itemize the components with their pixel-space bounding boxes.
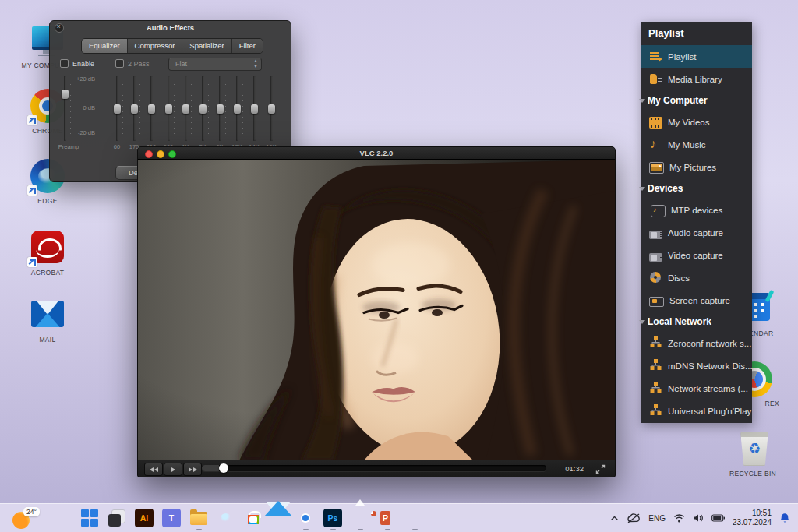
weather-widget[interactable]: 24° bbox=[11, 507, 47, 530]
playlist-item-my-videos[interactable]: My Videos bbox=[641, 111, 752, 133]
slider-knob[interactable] bbox=[217, 104, 224, 114]
battery-icon[interactable] bbox=[711, 514, 725, 522]
slider-knob[interactable] bbox=[148, 104, 155, 114]
tab-equalizer[interactable]: Equalizer bbox=[82, 39, 128, 53]
winrar-taskbar-icon[interactable] bbox=[405, 509, 424, 527]
preamp-slider[interactable] bbox=[61, 76, 69, 141]
network-icon bbox=[649, 359, 662, 372]
preset-dropdown[interactable]: Flat ▲▼ bbox=[168, 58, 262, 71]
photoshop-taskbar-icon[interactable]: Ps bbox=[323, 509, 342, 527]
vlc-window: VLC 2.2.0 bbox=[137, 146, 616, 477]
desktop-icon-acrobat[interactable]: ACROBAT bbox=[18, 229, 77, 277]
illustrator-taskbar-icon[interactable]: Ai bbox=[135, 509, 154, 527]
language-indicator[interactable]: ENG bbox=[648, 514, 666, 523]
two-pass-label: 2 Pass bbox=[128, 60, 150, 68]
tray-chevron-up-icon[interactable] bbox=[610, 516, 619, 521]
weather-temperature: 24° bbox=[23, 507, 40, 516]
volume-icon[interactable] bbox=[693, 513, 704, 523]
tab-spatializer[interactable]: Spatializer bbox=[182, 39, 231, 53]
playlist-item-audio-capture[interactable]: Audio capture bbox=[641, 221, 752, 244]
store-taskbar-icon[interactable] bbox=[244, 509, 263, 527]
start-button[interactable] bbox=[80, 509, 99, 527]
file-explorer-taskbar-icon[interactable] bbox=[189, 509, 208, 527]
slider-knob[interactable] bbox=[268, 104, 275, 114]
network-icon bbox=[649, 336, 662, 350]
playlist-item-label: Video capture bbox=[668, 251, 723, 260]
window-title: VLC 2.2.0 bbox=[138, 149, 615, 157]
mtp-devices-icon bbox=[651, 205, 666, 217]
onedrive-paused-icon[interactable] bbox=[627, 513, 641, 523]
eq-band-slider-0[interactable] bbox=[113, 76, 121, 141]
playlist-item-my-music[interactable]: My Music bbox=[641, 133, 752, 156]
playlist-item-media-library[interactable]: Media Library bbox=[641, 68, 752, 90]
task-view-button[interactable] bbox=[108, 509, 126, 527]
two-pass-checkbox[interactable]: 2 Pass bbox=[115, 59, 150, 68]
powerpoint-taskbar-icon[interactable] bbox=[378, 509, 397, 527]
edge-taskbar-icon[interactable] bbox=[217, 509, 235, 527]
slider-knob[interactable] bbox=[234, 104, 241, 114]
desktop-icon-recycle-bin[interactable]: RECYCLE BIN bbox=[723, 430, 782, 477]
slider-knob[interactable] bbox=[114, 104, 121, 114]
seek-knob[interactable] bbox=[219, 463, 228, 473]
photos-taskbar-icon[interactable] bbox=[351, 509, 369, 527]
enable-checkbox[interactable]: Enable bbox=[60, 59, 94, 68]
playlist-item-my-pictures[interactable]: My Pictures bbox=[641, 156, 752, 178]
scale-zero: 0 dB bbox=[69, 104, 95, 111]
eq-band-slider-3[interactable] bbox=[164, 76, 172, 141]
mail-taskbar-icon[interactable] bbox=[269, 509, 288, 527]
playlist-section-local-network[interactable]: Local Network bbox=[641, 312, 752, 332]
playlist-item-mdns[interactable]: mDNS Network Dis... bbox=[641, 354, 752, 377]
scale-minus20: -20 dB bbox=[69, 129, 95, 136]
eq-band-slider-6[interactable] bbox=[216, 76, 224, 141]
audio-effects-tabs: Equalizer Compressor Spatializer Filter bbox=[81, 38, 263, 54]
playlist-item-zeroconf[interactable]: Zeroconf network s... bbox=[641, 332, 752, 354]
eq-band-slider-2[interactable] bbox=[147, 76, 155, 141]
playlist-item-video-capture[interactable]: Video capture bbox=[641, 244, 752, 266]
playlist-item-mtp-devices[interactable]: MTP devices bbox=[641, 199, 752, 221]
eq-band-slider-8[interactable] bbox=[250, 76, 258, 141]
desktop-icon-label: MAIL bbox=[18, 336, 77, 344]
section-label: Devices bbox=[648, 183, 683, 194]
playlist-item-label: Discs bbox=[668, 273, 690, 283]
slider-knob[interactable] bbox=[251, 104, 258, 114]
playlist-section-my-computer[interactable]: My Computer bbox=[641, 90, 752, 111]
eq-band-slider-1[interactable] bbox=[130, 76, 138, 141]
playlist-item-label: Playlist bbox=[668, 52, 696, 62]
slider-knob[interactable] bbox=[165, 104, 172, 114]
eq-band-slider-5[interactable] bbox=[199, 76, 207, 141]
desktop-icon-mail[interactable]: MAIL bbox=[18, 296, 77, 344]
slider-knob[interactable] bbox=[131, 104, 138, 114]
eq-band-slider-4[interactable] bbox=[182, 76, 189, 141]
clock[interactable]: 10:51 23.07.2024 bbox=[733, 509, 772, 528]
playlist-item-playlist[interactable]: Playlist bbox=[641, 45, 752, 68]
notification-bell-icon[interactable] bbox=[779, 513, 790, 524]
playlist-item-label: Zeroconf network s... bbox=[668, 339, 751, 348]
playlist-item-screen-capture[interactable]: Screen capture bbox=[641, 289, 752, 312]
vlc-titlebar[interactable]: VLC 2.2.0 bbox=[138, 147, 615, 160]
section-label: My Computer bbox=[648, 95, 708, 106]
seek-bar[interactable] bbox=[202, 465, 546, 471]
video-area[interactable] bbox=[138, 160, 615, 460]
wifi-icon[interactable] bbox=[673, 513, 685, 523]
playlist-item-discs[interactable]: Discs bbox=[641, 266, 752, 289]
band-label-60: 60 bbox=[108, 143, 125, 150]
tab-filter[interactable]: Filter bbox=[232, 39, 263, 53]
eq-band-slider-7[interactable] bbox=[233, 76, 241, 141]
playlist-item-network-streams[interactable]: Network streams (... bbox=[641, 377, 752, 400]
fast-forward-icon bbox=[189, 467, 192, 472]
rewind-button[interactable] bbox=[144, 463, 163, 476]
fullscreen-icon[interactable] bbox=[595, 463, 606, 477]
slider-knob[interactable] bbox=[182, 104, 189, 114]
slider-knob[interactable] bbox=[200, 104, 207, 114]
playlist-section-devices[interactable]: Devices bbox=[641, 178, 752, 199]
playlist-item-upnp[interactable]: Universal Plug'n'Play bbox=[641, 400, 752, 422]
teams-taskbar-icon[interactable]: T bbox=[162, 509, 181, 527]
fast-forward-button[interactable] bbox=[183, 463, 202, 476]
photoshop-icon: Ps bbox=[323, 509, 342, 527]
chrome-taskbar-icon[interactable] bbox=[296, 509, 315, 527]
slider-knob[interactable] bbox=[62, 90, 69, 99]
tab-compressor[interactable]: Compressor bbox=[128, 39, 183, 53]
checkbox-icon bbox=[115, 59, 124, 68]
play-button[interactable] bbox=[164, 463, 182, 476]
eq-band-slider-9[interactable] bbox=[267, 76, 275, 141]
